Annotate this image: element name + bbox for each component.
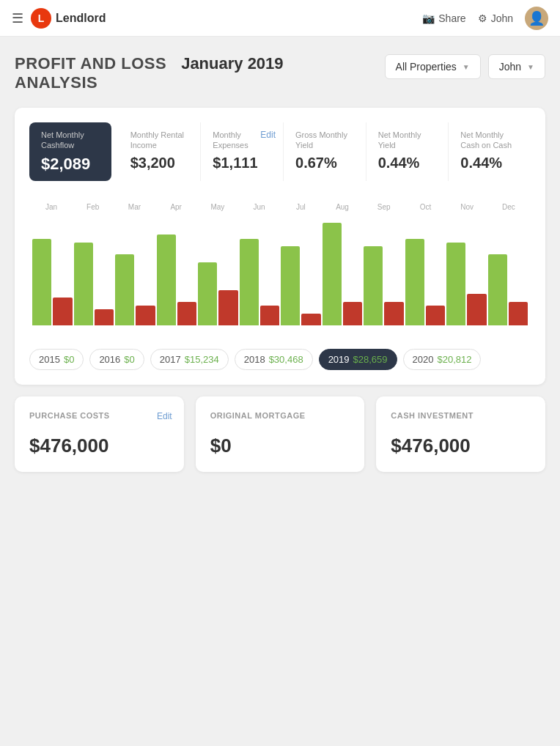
- bar-expense-apr: [177, 302, 196, 325]
- bottom-card-original-mortgage: ORIGINAL MORTGAGE$0: [196, 396, 365, 472]
- year-val-2020: $20,812: [437, 354, 471, 365]
- year-tab-2018[interactable]: 2018$30,468: [235, 349, 313, 370]
- bar-group-feb: [74, 243, 114, 325]
- stat-label-net-yield: Net Monthly Yield: [378, 130, 437, 151]
- bar-expense-jan: [53, 298, 72, 325]
- bar-income-aug: [323, 223, 342, 325]
- main-content: PROFIT AND LOSSANALYSIS January 2019 All…: [0, 37, 560, 490]
- bottom-cards: PURCHASE COSTS$476,000EditORIGINAL MORTG…: [15, 396, 545, 472]
- bar-expense-jul: [301, 314, 320, 325]
- stat-gross-monthly-yield: Gross Monthly Yield 0.67%: [284, 122, 366, 182]
- stat-value-cashflow: $2,089: [41, 155, 100, 174]
- page-date: January 2019: [181, 54, 283, 73]
- stat-value-net-yield: 0.44%: [378, 155, 437, 171]
- bar-group-jan: [32, 239, 73, 325]
- bar-income-jul: [281, 246, 300, 325]
- bar-expense-oct: [426, 306, 445, 325]
- bar-group-sep: [364, 246, 404, 325]
- stat-monthly-expenses: Edit Monthly Expenses $1,111: [201, 122, 284, 182]
- bar-income-feb: [74, 243, 93, 325]
- year-num-2016: 2016: [99, 354, 120, 365]
- user-filter-dropdown[interactable]: John ▼: [488, 54, 545, 79]
- bar-expense-sep: [384, 302, 403, 325]
- bar-expense-dec: [509, 302, 528, 325]
- year-tab-2017[interactable]: 2017$15,234: [150, 349, 229, 370]
- bar-expense-mar: [136, 306, 155, 325]
- header-dropdowns: All Properties ▼ John ▼: [385, 54, 545, 79]
- month-label-jul: Jul: [281, 203, 320, 211]
- month-label-aug: Aug: [323, 203, 361, 211]
- month-label-apr: Apr: [157, 203, 195, 211]
- user-name-header: John: [491, 12, 513, 24]
- bar-group-apr: [157, 234, 197, 325]
- stats-row: Net MonthlyCashflow $2,089 Monthly Renta…: [29, 122, 531, 182]
- month-label-feb: Feb: [74, 203, 112, 211]
- user-filter-label: John: [499, 61, 521, 73]
- app-header: ☰ L Lendlord 📷 Share ⚙ John 👤: [0, 0, 560, 37]
- settings-button[interactable]: ⚙ John: [478, 12, 513, 24]
- month-label-mar: Mar: [115, 203, 153, 211]
- bar-income-apr: [157, 234, 176, 325]
- year-num-2019: 2019: [328, 354, 350, 365]
- bar-group-mar: [115, 254, 155, 325]
- stats-chart-card: Net MonthlyCashflow $2,089 Monthly Renta…: [15, 108, 545, 385]
- year-val-2018: $30,468: [269, 354, 303, 365]
- month-label-sep: Sep: [365, 203, 403, 211]
- bar-income-jan: [32, 239, 51, 325]
- bar-income-may: [198, 262, 217, 325]
- month-label-jun: Jun: [240, 203, 279, 211]
- year-val-2017: $15,234: [185, 354, 219, 365]
- month-label-dec: Dec: [490, 203, 528, 211]
- bar-income-mar: [115, 254, 134, 325]
- bottom-card-value-cash-investment: $476,000: [391, 435, 531, 457]
- year-tab-2015[interactable]: 2015$0: [29, 349, 84, 370]
- bar-income-dec: [488, 254, 507, 325]
- property-filter-arrow: ▼: [463, 63, 470, 71]
- stat-value-rental-income: $3,200: [130, 155, 189, 171]
- stat-label-cash-on-cash: Net Monthly Cash on Cash: [460, 130, 519, 151]
- bar-income-oct: [405, 239, 424, 325]
- bar-group-jun: [240, 239, 280, 325]
- share-label: Share: [438, 12, 465, 24]
- logo-icon: L: [31, 8, 51, 29]
- bar-group-dec: [488, 254, 528, 325]
- bottom-card-cash-investment: CASH INVESTMENT$476,000: [376, 396, 545, 472]
- stat-label-gross-yield: Gross Monthly Yield: [295, 130, 354, 151]
- year-tab-2019[interactable]: 2019$28,659: [319, 349, 397, 370]
- share-button[interactable]: 📷 Share: [422, 12, 465, 24]
- year-tabs: 2015$02016$02017$15,2342018$30,4682019$2…: [29, 337, 531, 370]
- bar-expense-may: [218, 290, 237, 325]
- bar-group-jul: [281, 246, 321, 325]
- settings-icon: ⚙: [478, 12, 487, 24]
- year-num-2015: 2015: [39, 354, 60, 365]
- year-tab-2016[interactable]: 2016$0: [89, 349, 144, 370]
- page-title-text: PROFIT AND LOSSANALYSIS: [15, 54, 166, 93]
- bottom-card-edit-purchase-costs[interactable]: Edit: [157, 411, 172, 421]
- year-tab-2020[interactable]: 2020$20,812: [403, 349, 482, 370]
- property-filter-dropdown[interactable]: All Properties ▼: [385, 54, 481, 79]
- bottom-card-purchase-costs: PURCHASE COSTS$476,000Edit: [15, 396, 184, 472]
- hamburger-icon[interactable]: ☰: [12, 10, 23, 26]
- bottom-card-value-purchase-costs: $476,000: [29, 435, 169, 457]
- bar-group-may: [198, 262, 238, 325]
- bar-expense-nov: [467, 294, 486, 325]
- bottom-card-label-purchase-costs: PURCHASE COSTS: [29, 411, 169, 420]
- month-label-jan: Jan: [32, 203, 70, 211]
- bar-income-jun: [240, 239, 259, 325]
- year-val-2019: $28,659: [353, 354, 388, 365]
- bar-group-oct: [405, 239, 446, 325]
- bar-income-nov: [446, 243, 465, 325]
- header-left: ☰ L Lendlord: [12, 8, 106, 29]
- bar-income-sep: [364, 246, 383, 325]
- month-label-may: May: [199, 203, 237, 211]
- bottom-card-label-cash-investment: CASH INVESTMENT: [391, 411, 531, 420]
- year-num-2017: 2017: [160, 354, 181, 365]
- year-num-2020: 2020: [413, 354, 434, 365]
- avatar[interactable]: 👤: [525, 7, 548, 30]
- header-right: 📷 Share ⚙ John 👤: [422, 7, 548, 30]
- expenses-edit-link[interactable]: Edit: [260, 130, 276, 140]
- bottom-card-value-original-mortgage: $0: [210, 435, 350, 457]
- chart-area: JanFebMarAprMayJunJulAugSepOctNovDec: [29, 196, 531, 325]
- bottom-card-label-original-mortgage: ORIGINAL MORTGAGE: [210, 411, 350, 420]
- year-num-2018: 2018: [244, 354, 265, 365]
